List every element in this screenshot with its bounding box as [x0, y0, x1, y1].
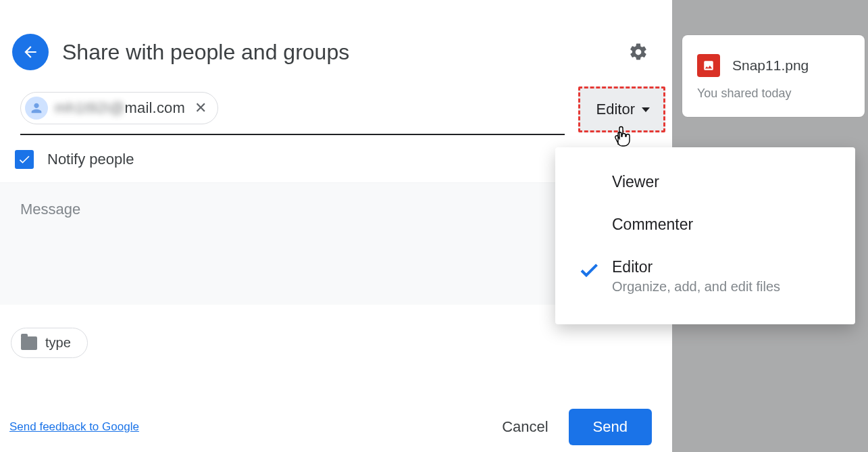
gear-icon: [628, 42, 648, 62]
role-dropdown-button[interactable]: Editor: [578, 86, 665, 132]
recipient-input-area[interactable]: mh1t92I@mail.com ✕: [20, 84, 565, 135]
side-filename: Snap11.png: [732, 57, 809, 74]
notify-label: Notify people: [47, 151, 134, 168]
type-chip[interactable]: type: [11, 328, 88, 358]
image-file-icon: [697, 54, 720, 77]
settings-button[interactable]: [625, 39, 652, 66]
role-option-commenter[interactable]: Commenter: [555, 203, 855, 246]
folder-icon: [21, 336, 37, 350]
dialog-title: Share with people and groups: [62, 40, 611, 65]
recipient-row: mh1t92I@mail.com ✕ Editor: [0, 84, 672, 135]
recipient-chip[interactable]: mh1t92I@mail.com ✕: [20, 92, 218, 124]
arrow-left-icon: [22, 43, 39, 61]
remove-recipient-button[interactable]: ✕: [192, 99, 209, 117]
role-dropdown-menu: Viewer Commenter Editor Organize, add, a…: [555, 147, 855, 324]
side-subtitle: You shared today: [697, 86, 851, 101]
side-file-card: Snap11.png You shared today: [682, 35, 865, 117]
role-option-viewer[interactable]: Viewer: [555, 161, 855, 203]
role-option-editor[interactable]: Editor Organize, add, and edit files: [555, 246, 855, 307]
cancel-button[interactable]: Cancel: [482, 409, 568, 445]
dialog-footer: Send feedback to Google Cancel Send: [0, 409, 672, 445]
dialog-header: Share with people and groups: [0, 0, 672, 84]
recipient-email: mh1t92I@mail.com: [55, 99, 185, 117]
feedback-link[interactable]: Send feedback to Google: [9, 420, 139, 434]
check-icon: [18, 153, 31, 166]
check-icon: [578, 259, 600, 284]
avatar-icon: [25, 97, 48, 120]
notify-checkbox[interactable]: [15, 150, 34, 169]
back-button[interactable]: [12, 34, 49, 70]
role-selected-label: Editor: [596, 101, 635, 118]
chevron-down-icon: [642, 107, 650, 112]
type-chip-label: type: [45, 335, 71, 351]
send-button[interactable]: Send: [569, 409, 652, 445]
